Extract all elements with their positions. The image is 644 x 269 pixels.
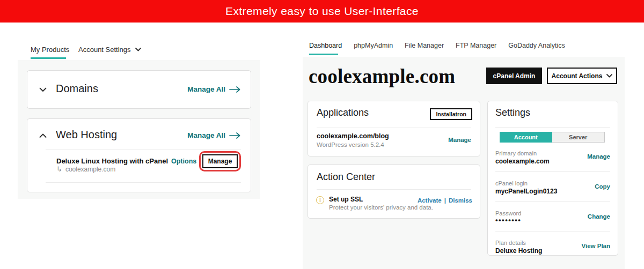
active-tab-underline-right [309, 54, 338, 55]
chevron-up-icon[interactable] [39, 133, 47, 138]
app-name: coolexample.com/blog [317, 132, 389, 140]
installatron-button[interactable]: Installatron [430, 108, 472, 120]
view-plan-link[interactable]: View Plan [582, 243, 610, 249]
plan-details-label: Plan details [495, 240, 526, 246]
tab-dashboard[interactable]: Dashboard [309, 42, 342, 49]
tab-file-manager[interactable]: File Manager [405, 42, 444, 49]
hosting-domain-label: coolexample.com [65, 166, 115, 173]
domains-card: Domains Manage All [27, 70, 251, 109]
settings-title: Settings [495, 107, 530, 118]
manage-all-label: Manage All [187, 85, 225, 93]
divider [495, 171, 610, 172]
applications-card: Applications Installatron coolexample.co… [308, 101, 480, 156]
arrow-right-icon [229, 132, 241, 139]
return-arrow-icon: ↳ [56, 165, 62, 173]
divider [495, 127, 610, 128]
tab-ftp-manager[interactable]: FTP Manager [456, 42, 496, 49]
toggle-account[interactable]: Account [500, 132, 552, 143]
web-hosting-manage-all-link[interactable]: Manage All [187, 131, 241, 139]
arrow-right-icon [229, 86, 241, 93]
manage-all-label: Manage All [187, 131, 225, 139]
site-title: coolexample.com [309, 65, 455, 88]
settings-toggle: Account Server [500, 132, 605, 143]
cpanel-admin-button[interactable]: cPanel Admin [486, 68, 542, 84]
toggle-server[interactable]: Server [552, 132, 605, 143]
divider [317, 128, 471, 128]
hosting-linked-domain: ↳ coolexample.com [56, 165, 115, 173]
domains-section-title: Domains [56, 83, 98, 95]
primary-domain-manage-link[interactable]: Manage [587, 153, 610, 160]
action-center-title: Action Center [317, 171, 375, 183]
web-hosting-card: Web Hosting Manage All Deluxe Linux Host… [27, 118, 251, 192]
plan-details-value: Deluxe Hosting [495, 247, 542, 255]
tab-my-products[interactable]: My Products [31, 46, 69, 54]
tab-phpmyadmin[interactable]: phpMyAdmin [354, 42, 393, 49]
banner-text: Extremely easy to use User-Interface [225, 5, 419, 18]
app-manage-link[interactable]: Manage [448, 137, 471, 143]
web-hosting-section-title: Web Hosting [56, 129, 117, 141]
divider [317, 189, 471, 190]
promo-banner: Extremely easy to use User-Interface [0, 0, 644, 23]
dismiss-link[interactable]: Dismiss [449, 197, 472, 204]
ssl-task-actions: Activate | Dismiss [418, 197, 472, 204]
chevron-down-icon[interactable] [39, 87, 47, 92]
chevron-down-icon [135, 48, 141, 51]
chevron-down-icon [606, 74, 612, 78]
warning-info-icon: i [316, 196, 324, 204]
screenshot-root: Extremely easy to use User-Interface My … [0, 0, 644, 269]
divider [46, 149, 241, 150]
app-version: WordPress version 5.2.4 [317, 141, 384, 148]
tab-godaddy-analytics[interactable]: GoDaddy Analytics [508, 42, 565, 49]
cpanel-login-copy-link[interactable]: Copy [595, 183, 610, 190]
ssl-task-title: Set up SSL [329, 196, 363, 203]
domains-manage-all-link[interactable]: Manage All [187, 85, 241, 93]
activate-link[interactable]: Activate [418, 197, 442, 204]
divider [495, 231, 610, 231]
primary-domain-label: Primary domain [495, 150, 537, 156]
cpanel-login-value: mycPanelLogin0123 [495, 188, 557, 195]
hosting-manage-button[interactable]: Manage [202, 154, 238, 168]
tab-account-settings[interactable]: Account Settings [78, 46, 141, 54]
action-center-card: Action Center i Set up SSL Protect your … [308, 165, 480, 219]
divider [46, 182, 241, 183]
hosting-options-link[interactable]: Options [171, 158, 196, 165]
link-separator: | [444, 197, 446, 204]
ssl-task-description: Protect your visitors' privacy and data. [329, 204, 433, 211]
divider [495, 201, 610, 202]
account-actions-button[interactable]: Account Actions [547, 68, 617, 84]
primary-domain-value: coolexample.com [495, 158, 550, 165]
active-tab-underline-left [31, 57, 66, 59]
account-actions-label: Account Actions [552, 72, 603, 80]
password-change-link[interactable]: Change [588, 213, 610, 220]
password-value: •••••••• [495, 216, 521, 224]
applications-title: Applications [317, 107, 369, 118]
cpanel-login-label: cPanel login [495, 180, 528, 186]
dashboard-tab-bar: Dashboard phpMyAdmin File Manager FTP Ma… [309, 42, 565, 49]
settings-card: Settings Account Server Primary domain c… [487, 101, 618, 256]
hosting-product-name: Deluxe Linux Hosting with cPanel [56, 157, 168, 165]
tab-account-settings-label: Account Settings [78, 46, 131, 54]
